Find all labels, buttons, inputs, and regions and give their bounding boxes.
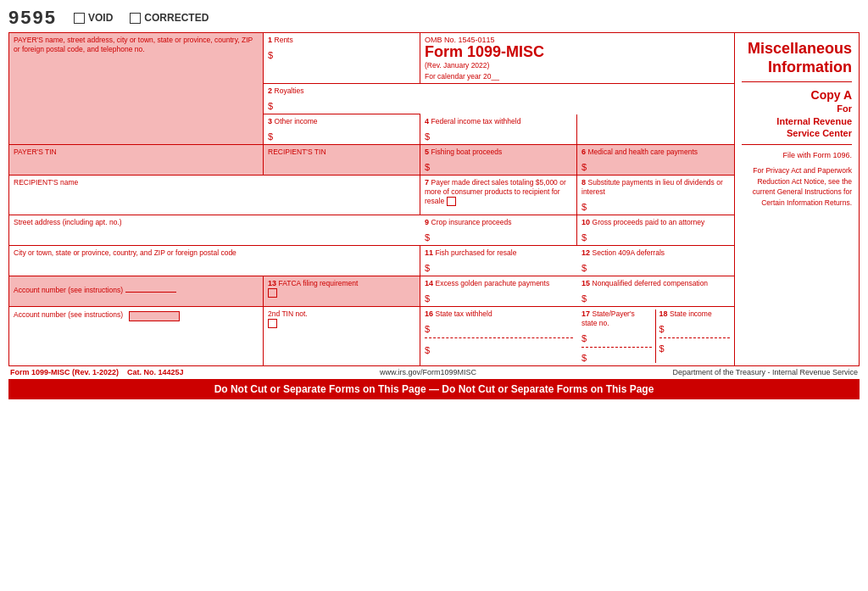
rev-date: (Rev. January 2022) (425, 61, 730, 70)
placeholder-r3c4 (577, 114, 734, 145)
city-cell: City or town, state or province, country… (9, 246, 420, 276)
footer-form-name: Form 1099-MISC (Rev. 1-2022) Cat. No. 14… (10, 368, 183, 376)
void-checkbox[interactable] (74, 13, 85, 24)
footer-url: www.irs.gov/Form1099MISC (380, 368, 476, 376)
recip-tin-cell: RECIPIENT'S TIN (264, 145, 420, 176)
form-body: PAYER'S name, street address, city or to… (8, 32, 860, 366)
corrected-checkbox[interactable] (130, 13, 141, 24)
tin2-cell: 2nd TIN not. (264, 307, 420, 365)
box3-cell: 3 Other income $ (264, 114, 420, 145)
tin2-checkbox[interactable] (268, 319, 277, 328)
left-grid: PAYER'S name, street address, city or to… (9, 33, 734, 365)
omb-cell: OMB No. 1545-0115 Form 1099-MISC (Rev. J… (420, 33, 734, 84)
corrected-checkbox-label[interactable]: CORRECTED (130, 12, 209, 24)
form-number: 9595 (8, 7, 57, 29)
box2-cell: 2 Royalties $ (264, 84, 420, 114)
acct-num-cell: Account number (see instructions) (9, 307, 264, 365)
box1-cell: 1 Rents $ (264, 33, 420, 84)
cal-year: For calendar year 20__ (425, 72, 730, 81)
page: 9595 VOID CORRECTED PAYER'S name, street… (0, 0, 868, 591)
copy-a-label: Copy A (742, 87, 852, 103)
box7-cell: 7 Payer made direct sales totaling $5,00… (420, 176, 577, 215)
box7-checkbox[interactable] (447, 197, 456, 206)
footer-dept: Department of the Treasury - Internal Re… (672, 368, 858, 376)
bottom-bar: Do Not Cut or Separate Forms on This Pag… (8, 379, 860, 399)
box17-18-cell: 17 State/Payer's state no. $ $ 18 State … (577, 307, 734, 365)
privacy-text: For Privacy Act and Paperwork Reduction … (742, 165, 852, 209)
void-checkbox-label[interactable]: VOID (74, 12, 113, 24)
box4-cell: 4 Federal income tax withheld $ (420, 114, 577, 145)
box8-cell: 8 Substitute payments in lieu of dividen… (577, 176, 734, 215)
file-with: File with Form 1096. (742, 150, 852, 162)
acct-label-cell: Account number (see instructions) (9, 276, 264, 307)
box13-cell: 13 FATCA filing requirement (264, 276, 420, 307)
misc-title: Miscellaneous Information (742, 40, 852, 76)
right-panel: Miscellaneous Information Copy A For Int… (734, 33, 859, 365)
box6-cell: 6 Medical and health care payments $ (577, 145, 734, 176)
box12-cell: 12 Section 409A deferrals $ (577, 246, 734, 276)
box5-cell: 5 Fishing boat proceeds $ (420, 145, 577, 176)
box11-cell: 11 Fish purchased for resale $ (420, 246, 577, 276)
payer-tin-cell: PAYER'S TIN (9, 145, 264, 176)
box16-cell: 16 State tax withheld $ $ (420, 307, 577, 365)
recip-name-cell: RECIPIENT'S name (9, 176, 420, 215)
copy-a-for: For Internal Revenue Service Center (742, 103, 852, 139)
box10-cell: 10 Gross proceeds paid to an attorney $ (577, 215, 734, 246)
footer-info: Form 1099-MISC (Rev. 1-2022) Cat. No. 14… (8, 368, 860, 376)
form-title: Form 1099-MISC (425, 44, 730, 61)
fatca-checkbox[interactable] (268, 288, 277, 298)
payer-name-cell: PAYER'S name, street address, city or to… (9, 33, 264, 145)
box14-cell: 14 Excess golden parachute payments $ (420, 276, 577, 307)
box9-cell: 9 Crop insurance proceeds $ (420, 215, 577, 246)
top-bar: 9595 VOID CORRECTED (8, 7, 860, 29)
box15-cell: 15 Nonqualified deferred compensation $ (577, 276, 734, 307)
street-cell: Street address (including apt. no.) (9, 215, 420, 246)
